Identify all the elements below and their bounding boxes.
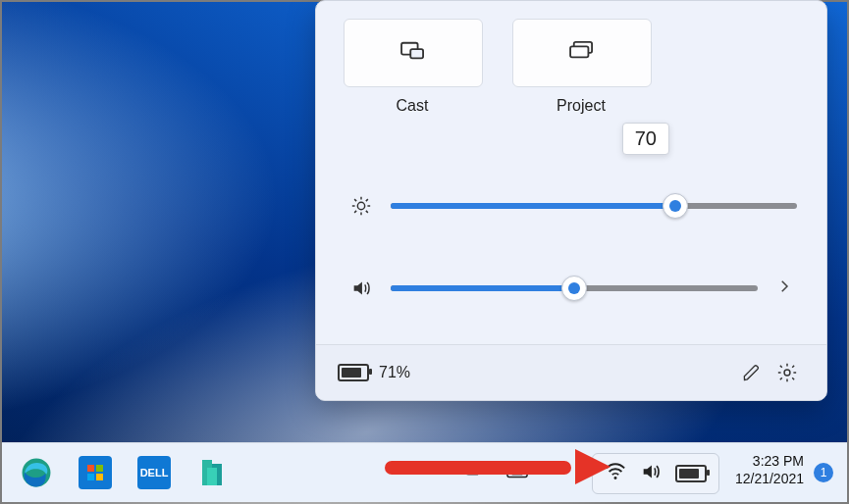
svg-rect-3: [570, 46, 588, 57]
notification-badge[interactable]: 1: [814, 463, 833, 482]
svg-point-23: [511, 468, 513, 470]
battery-status[interactable]: 71%: [338, 364, 410, 381]
volume-icon: [349, 277, 373, 299]
battery-tray-icon: [675, 465, 707, 482]
taskbar-pinned-apps: DELL: [20, 443, 230, 502]
edit-quick-settings-button[interactable]: [734, 355, 769, 390]
volume-slider[interactable]: [391, 285, 758, 291]
office-app-icon[interactable]: [196, 456, 230, 489]
cast-label: Cast: [344, 97, 481, 115]
svg-rect-15: [87, 465, 94, 472]
cast-icon: [398, 40, 428, 66]
volume-slider-row: [349, 277, 797, 299]
project-tile: Project: [512, 19, 650, 115]
speaker-icon: [640, 461, 662, 486]
svg-line-9: [354, 199, 356, 201]
brightness-icon: [349, 195, 373, 217]
volume-output-chevron-icon[interactable]: [775, 277, 797, 299]
battery-percent: 71%: [379, 364, 410, 381]
microsoft-store-app-icon[interactable]: [79, 456, 112, 489]
svg-line-12: [366, 199, 368, 201]
project-icon: [567, 40, 597, 66]
svg-point-28: [614, 477, 617, 479]
brightness-tooltip: 70: [622, 123, 669, 155]
svg-rect-16: [96, 465, 103, 472]
svg-point-24: [514, 468, 516, 470]
svg-rect-22: [507, 465, 527, 478]
onedrive-icon[interactable]: [463, 463, 485, 482]
battery-icon: [338, 364, 369, 381]
quick-settings-footer: 71%: [316, 344, 826, 400]
volume-slider-thumb[interactable]: [561, 276, 587, 301]
tray-chevron-up-icon[interactable]: [424, 462, 442, 483]
project-label: Project: [512, 97, 650, 115]
system-tray[interactable]: [592, 453, 719, 494]
wifi-icon: [605, 461, 626, 486]
window-frame: Cast Project 70: [0, 0, 849, 504]
svg-rect-27: [512, 473, 521, 475]
project-button[interactable]: [512, 19, 652, 87]
quick-settings-panel: Cast Project 70: [315, 0, 827, 401]
clock-time: 3:23 PM: [735, 453, 804, 471]
svg-point-26: [522, 468, 524, 470]
clock-date: 12/21/2021: [735, 471, 804, 488]
svg-rect-17: [87, 474, 94, 480]
svg-rect-18: [96, 474, 103, 480]
quick-settings-tiles: Cast Project: [344, 19, 650, 115]
edge-app-icon[interactable]: [20, 456, 53, 489]
svg-point-25: [518, 468, 520, 470]
svg-point-4: [357, 202, 364, 209]
svg-point-13: [784, 370, 790, 376]
settings-button[interactable]: [769, 355, 805, 390]
svg-rect-21: [207, 468, 217, 485]
keyboard-icon[interactable]: [506, 463, 528, 482]
brightness-slider[interactable]: [391, 203, 797, 209]
svg-line-11: [354, 211, 356, 213]
brightness-slider-thumb[interactable]: [663, 193, 688, 219]
cast-tile: Cast: [344, 19, 481, 115]
brightness-slider-row: [349, 195, 797, 217]
taskbar: DELL 3:23 PM 12/21/2021 1: [2, 442, 847, 502]
taskbar-center-icons: [424, 443, 528, 502]
cast-button[interactable]: [344, 19, 483, 87]
dell-app-icon[interactable]: DELL: [137, 456, 171, 489]
taskbar-clock[interactable]: 3:23 PM 12/21/2021: [735, 453, 804, 492]
svg-line-10: [366, 211, 368, 213]
svg-rect-1: [410, 49, 423, 58]
